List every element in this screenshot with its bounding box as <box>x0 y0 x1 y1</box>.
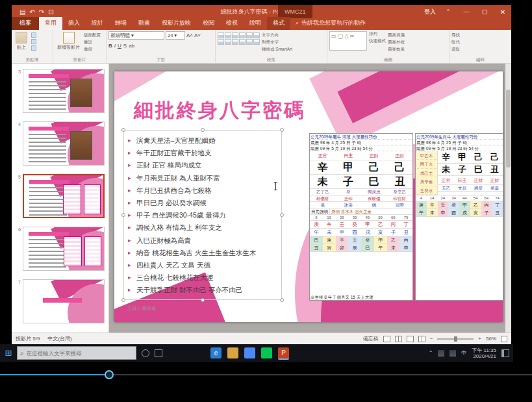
font-style-button[interactable]: U <box>118 43 121 49</box>
start-slideshow-icon[interactable]: ⊡ <box>48 8 53 16</box>
language-indicator[interactable]: 中文(台灣) <box>47 335 71 342</box>
browser-app-icon[interactable] <box>244 347 255 358</box>
save-icon[interactable]: ▤ <box>19 8 25 16</box>
video-progress-handle[interactable] <box>105 370 114 379</box>
minimize-button[interactable]: — <box>461 8 472 15</box>
content-textbox-selected[interactable]: 演禽天星法–天官星配姻婚年干正財正官藏干於地支正財 正官 格局均成立年月兩見正財… <box>123 130 282 300</box>
shape-icon[interactable]: ⇨ <box>350 33 355 49</box>
paragraph-command[interactable]: 文字方向 <box>262 32 292 38</box>
notes-button[interactable]: 備忘稿 <box>363 335 379 342</box>
ribbon-display-options-icon[interactable]: ⌃ <box>442 8 454 15</box>
editing-command[interactable]: 尋找 <box>451 32 460 38</box>
resize-handle[interactable] <box>280 128 284 132</box>
task-view-icon[interactable] <box>155 349 162 357</box>
tell-me-box[interactable]: ⌕ 告訴我您想要執行的動作 <box>290 17 371 30</box>
bullet-list[interactable]: 演禽天星法–天官星配姻婚年干正財正官藏干於地支正財 正官 格局均成立年月兩見正財… <box>128 134 279 296</box>
search-input[interactable] <box>27 350 131 357</box>
notification-center-icon[interactable] <box>501 349 509 357</box>
thumbnail-slide-4[interactable]: 4 <box>13 121 106 166</box>
vertical-scrollbar[interactable] <box>505 64 511 333</box>
font-style-button[interactable]: S <box>123 43 127 49</box>
bullet-item[interactable]: 甲子 自坐調候30-45歲 最得力 <box>128 209 279 221</box>
tray-chevron-icon[interactable]: ⌃ <box>429 350 433 356</box>
edge-app-icon[interactable]: e <box>210 347 222 358</box>
close-button[interactable]: ✕ <box>497 8 509 16</box>
tab-home[interactable]: 常用 <box>39 17 62 30</box>
file-explorer-icon[interactable] <box>227 347 238 358</box>
bullet-item[interactable]: 三合桃花 七殺桃花在大運 <box>128 271 279 284</box>
bullet-item[interactable]: 年月兩見正財 為人重財不富 <box>128 172 279 184</box>
new-slide-button[interactable]: 新增投影片 <box>55 31 82 51</box>
network-icon[interactable] <box>438 350 444 357</box>
bullet-item[interactable]: 納音 桃花相生為吉 火生土生金生水生木 <box>128 247 279 259</box>
drawing-button[interactable]: 快速樣式 <box>369 38 386 44</box>
copy-icon[interactable] <box>31 39 36 44</box>
paragraph-command[interactable]: 對齊文字 <box>262 40 292 45</box>
shape-icon[interactable]: ◯ <box>338 33 344 49</box>
ribbon-tab[interactable]: 校閱 <box>197 17 220 30</box>
drawing-side-command[interactable]: 圖案填滿 <box>388 32 405 38</box>
bullet-item[interactable]: 四柱貴人 天乙 文昌 天德 <box>128 259 279 271</box>
cut-icon[interactable] <box>31 32 36 38</box>
signin-button[interactable]: 登入 <box>424 8 436 16</box>
bullet-item[interactable]: 天干競爭正財 財不由己 事亦不由己 <box>128 284 279 296</box>
resize-handle[interactable] <box>201 128 205 132</box>
drawing-side-command[interactable]: 圖案效果 <box>388 47 405 53</box>
zoom-out-icon[interactable]: − <box>430 336 433 342</box>
resize-handle[interactable] <box>280 213 284 217</box>
cortana-icon[interactable] <box>142 349 149 357</box>
tab-file[interactable]: 檔案 <box>12 17 39 30</box>
drawing-button[interactable]: 排列 <box>369 31 386 37</box>
tab-format[interactable]: 格式 <box>267 17 290 30</box>
font-size-select[interactable]: 24 ▾ <box>166 31 185 40</box>
resize-handle[interactable] <box>121 298 125 302</box>
bazi-chart-left[interactable]: 公元2009年屬牛 鴻運 大運屬性巧份 農曆 98 年 4 月 25 日 子 時… <box>309 133 413 301</box>
redo-icon[interactable]: ↷ <box>39 8 44 16</box>
zoom-slider-knob[interactable] <box>454 336 457 342</box>
scrollbar-thumb[interactable] <box>506 90 511 168</box>
font-name-select[interactable]: 新細明體 ▾ <box>108 31 164 40</box>
paragraph-buttons[interactable] <box>218 31 260 45</box>
slide-title[interactable]: 細批終身八字密碼 <box>134 97 305 124</box>
thumbnail-slide-5-selected[interactable]: 5 <box>13 174 106 218</box>
undo-icon[interactable]: ↶ <box>29 8 34 16</box>
bullet-item[interactable]: 入巳正財極為高貴 <box>128 234 279 247</box>
editing-command[interactable]: 取代 <box>451 40 460 45</box>
line-app-icon[interactable] <box>261 347 272 358</box>
ribbon-tab[interactable]: 說明 <box>244 17 267 30</box>
reading-view-icon[interactable] <box>407 336 414 342</box>
grow-font-icon[interactable]: A˄ <box>186 32 193 38</box>
thumbnail-slide-6[interactable]: 6 <box>13 227 106 271</box>
zoom-level[interactable]: 56% <box>486 336 496 342</box>
taskbar-clock[interactable]: 下午 11:35 2020/4/21 <box>472 347 496 359</box>
paste-button[interactable]: 貼上 <box>14 31 29 51</box>
bullet-item[interactable]: 年月巳丑拱酉合為七殺格 <box>128 184 279 197</box>
ribbon-tab[interactable]: 插入 <box>62 17 86 30</box>
editing-command[interactable]: 選取 <box>451 47 460 53</box>
ribbon-tab[interactable]: 動畫 <box>133 17 156 30</box>
bullet-item[interactable]: 演禽天星法–天官星配姻婚 <box>128 134 279 147</box>
thumbnail-slide-3[interactable]: 3 <box>13 69 106 113</box>
normal-view-icon[interactable] <box>383 336 390 342</box>
slides-command[interactable]: 重設 <box>84 40 101 45</box>
format-painter-icon[interactable] <box>31 45 36 51</box>
powerpoint-app-icon[interactable]: P <box>278 347 289 358</box>
ribbon-tab[interactable]: 投影片放映 <box>156 17 197 30</box>
font-style-button[interactable]: B <box>108 43 112 49</box>
video-progress-track[interactable] <box>0 374 532 375</box>
ribbon-tab[interactable]: 設計 <box>86 17 109 30</box>
bullet-item[interactable]: 調候入格 有情為上 利年支之 <box>128 221 279 234</box>
resize-handle[interactable] <box>121 128 125 132</box>
slideshow-view-icon[interactable] <box>418 336 425 342</box>
volume-icon[interactable] <box>450 350 456 357</box>
slides-command[interactable]: 版面配置 <box>84 32 101 38</box>
shape-gallery[interactable]: ▭◯△⇨ <box>329 31 367 51</box>
shape-icon[interactable]: ▭ <box>331 33 336 49</box>
thumbnail-slide-7[interactable]: 7 <box>13 279 106 323</box>
bazi-chart-right[interactable]: 公元2009年生肖牛 大運屬性巧份 農曆 98 年 4 月 25 日 子 時 陽… <box>415 133 503 301</box>
drawing-side-command[interactable]: 圖案外框 <box>388 40 405 45</box>
slide-canvas[interactable]: 細批終身八字密碼 演禽天星法–天官星配姻婚年干正財正官藏干於地支正財 正官 格局… <box>114 71 503 322</box>
ribbon-tab[interactable]: 轉場 <box>109 17 133 30</box>
bullet-item[interactable]: 正財 正官 格局均成立 <box>128 159 279 171</box>
ime-indicator[interactable]: 中 <box>461 349 466 357</box>
